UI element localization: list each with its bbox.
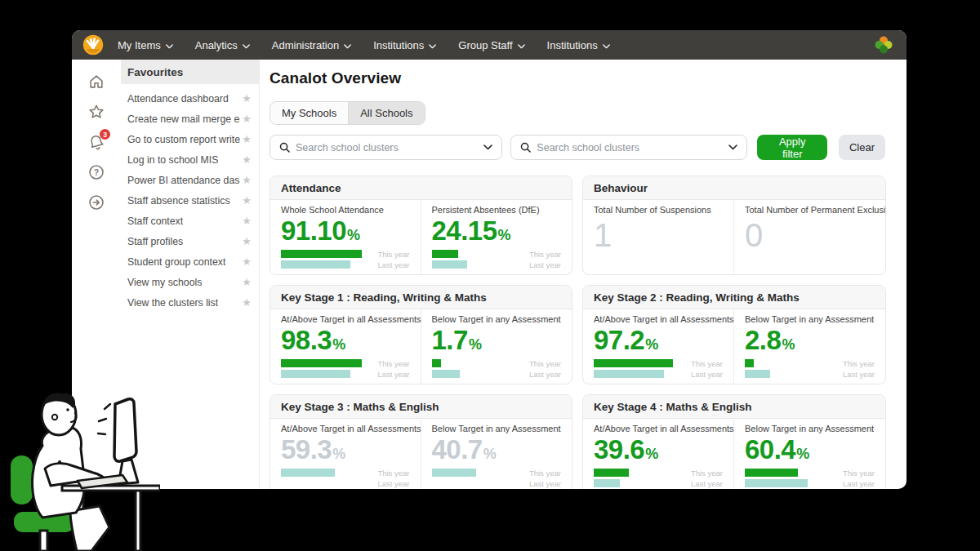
favourite-item-log-in-to-school-mis[interactable]: Log in to school MIS★ bbox=[121, 149, 259, 170]
bar-last-year-row: Last year bbox=[594, 369, 723, 380]
metric-unit: % bbox=[469, 336, 482, 353]
favourite-item-view-the-clusters-list[interactable]: View the clusters list★ bbox=[121, 292, 259, 313]
favourite-item-label: Go to custom report writer bbox=[127, 134, 240, 145]
metric-number: 60.4 bbox=[745, 434, 795, 464]
bar-last-year bbox=[594, 479, 620, 487]
metric-unit: % bbox=[645, 336, 658, 353]
nav-menu: My ItemsAnalyticsAdministrationInstituti… bbox=[118, 39, 610, 51]
kpi-card-key-stage-2-reading-writing-maths: Key Stage 2 : Reading, Writing & MathsAt… bbox=[582, 285, 886, 384]
school-clusters-select-1[interactable]: Search school clusters bbox=[270, 135, 502, 160]
nav-item-my-items[interactable]: My Items bbox=[118, 39, 173, 51]
clear-filter-button[interactable]: Clear bbox=[839, 135, 885, 160]
favourite-star-icon[interactable]: ★ bbox=[242, 256, 252, 268]
metric-number: 91.10 bbox=[281, 216, 346, 246]
metric-label: At/Above Target in all Assessments bbox=[281, 314, 410, 324]
favourite-star-icon[interactable]: ★ bbox=[242, 215, 252, 227]
bar-this-year bbox=[281, 250, 362, 258]
page-title: Canalot Overview bbox=[270, 69, 885, 87]
metric-label: Below Target in any Assessment bbox=[432, 314, 562, 324]
metric-label: Total Number of Permanent Exclusions bbox=[745, 205, 875, 215]
metric-bars: This yearLast year bbox=[745, 468, 875, 489]
favourite-item-power-bi-attendance-dashboard[interactable]: Power BI attendance dashboard★ bbox=[121, 170, 259, 190]
tab-my-schools[interactable]: My Schools bbox=[270, 102, 348, 124]
favourite-star-icon[interactable]: ★ bbox=[242, 133, 252, 145]
metric-bars: This yearLast year bbox=[594, 468, 723, 489]
bar-track bbox=[594, 370, 682, 378]
metric-unit: % bbox=[498, 227, 511, 243]
favourite-star-icon[interactable]: ★ bbox=[242, 92, 252, 104]
bar-legend-label: Last year bbox=[834, 370, 875, 379]
bell-icon[interactable]: 3 bbox=[87, 133, 105, 151]
favourite-star-icon[interactable]: ★ bbox=[242, 194, 252, 207]
bar-track bbox=[432, 479, 521, 487]
chevron-down-icon bbox=[429, 39, 436, 51]
bar-this-year bbox=[745, 359, 754, 367]
favourite-star-icon[interactable]: ★ bbox=[242, 153, 252, 166]
metric-total-number-of-suspensions: Total Number of Suspensions1 bbox=[583, 200, 734, 275]
favourite-item-label: Staff absence statistics bbox=[127, 195, 230, 207]
nav-item-analytics[interactable]: Analytics bbox=[195, 39, 250, 51]
clover-circles-icon[interactable] bbox=[874, 35, 893, 55]
favourite-item-staff-context[interactable]: Staff context★ bbox=[121, 211, 259, 231]
nav-item-label: Institutions bbox=[547, 39, 598, 51]
bar-legend-label: Last year bbox=[520, 370, 561, 379]
nav-item-group-staff[interactable]: Group Staff bbox=[458, 39, 524, 51]
favourite-star-icon[interactable]: ★ bbox=[242, 174, 252, 186]
favourite-item-staff-absence-statistics[interactable]: Staff absence statistics★ bbox=[121, 190, 259, 211]
bar-legend-label: This year bbox=[520, 250, 561, 259]
school-clusters-select-2[interactable]: Search school clusters bbox=[510, 135, 747, 160]
favourite-star-icon[interactable]: ★ bbox=[242, 276, 252, 288]
metric-unit: % bbox=[645, 446, 658, 462]
bar-track bbox=[594, 479, 682, 487]
login-icon[interactable] bbox=[87, 193, 105, 211]
apply-filter-button[interactable]: Apply filter bbox=[757, 135, 826, 160]
metric-unit: % bbox=[332, 446, 345, 462]
card-body: At/Above Target in all Assessments97.2%T… bbox=[583, 309, 885, 384]
bar-track bbox=[745, 359, 834, 367]
nav-item-administration[interactable]: Administration bbox=[272, 39, 351, 51]
svg-text:?: ? bbox=[94, 168, 99, 177]
metric-below-target-in-any-assessment: Below Target in any Assessment40.7%This … bbox=[421, 419, 572, 489]
favourite-star-icon[interactable]: ★ bbox=[242, 235, 252, 247]
favourite-item-label: Student group context bbox=[127, 256, 225, 268]
bar-track bbox=[281, 260, 369, 269]
kpi-card-behaviour: BehaviourTotal Number of Suspensions1Tot… bbox=[582, 176, 886, 275]
schools-tab-switcher: My SchoolsAll Schools bbox=[270, 101, 425, 125]
bar-legend-label: Last year bbox=[369, 370, 410, 379]
brand-sun-logo-icon[interactable] bbox=[82, 34, 104, 56]
bar-this-year-row: This year bbox=[432, 358, 562, 369]
bar-legend-label: Last year bbox=[520, 479, 561, 488]
desktop-background: My ItemsAnalyticsAdministrationInstituti… bbox=[0, 0, 980, 551]
bar-this-year bbox=[432, 469, 476, 477]
metric-number: 0 bbox=[745, 217, 763, 253]
star-icon[interactable] bbox=[87, 103, 105, 121]
metric-number: 39.6 bbox=[594, 434, 644, 464]
bar-track bbox=[594, 359, 682, 367]
home-icon[interactable] bbox=[87, 73, 105, 91]
nav-item-institutions[interactable]: Institutions bbox=[547, 39, 610, 51]
bar-track bbox=[745, 370, 834, 378]
app-window: My ItemsAnalyticsAdministrationInstituti… bbox=[72, 30, 906, 489]
bar-track bbox=[281, 359, 369, 367]
help-icon[interactable]: ? bbox=[87, 163, 105, 181]
bar-track bbox=[432, 260, 521, 269]
metric-at-above-target-in-all-assessments: At/Above Target in all Assessments98.3%T… bbox=[270, 309, 421, 384]
favourite-item-attendance-dashboard[interactable]: Attendance dashboard★ bbox=[121, 88, 259, 109]
favourite-item-staff-profiles[interactable]: Staff profiles★ bbox=[121, 231, 259, 251]
tab-all-schools[interactable]: All Schools bbox=[348, 102, 424, 124]
bar-last-year-row: Last year bbox=[281, 260, 410, 270]
favourite-item-go-to-custom-report-writer[interactable]: Go to custom report writer★ bbox=[121, 129, 259, 149]
metric-unit: % bbox=[332, 336, 345, 353]
metric-below-target-in-any-assessment: Below Target in any Assessment2.8%This y… bbox=[734, 309, 885, 384]
favourite-star-icon[interactable]: ★ bbox=[242, 296, 252, 309]
metric-at-above-target-in-all-assessments: At/Above Target in all Assessments39.6%T… bbox=[583, 419, 734, 489]
favourite-item-label: Log in to school MIS bbox=[127, 154, 218, 166]
favourite-item-create-new-mail-merge-email[interactable]: Create new mail merge email★ bbox=[121, 109, 259, 129]
card-body: At/Above Target in all Assessments98.3%T… bbox=[270, 309, 572, 384]
favourite-item-view-my-schools[interactable]: View my schools★ bbox=[121, 272, 259, 292]
metric-bars: This yearLast year bbox=[281, 358, 410, 380]
nav-item-institutions[interactable]: Institutions bbox=[373, 39, 436, 51]
favourite-item-student-group-context[interactable]: Student group context★ bbox=[121, 251, 259, 272]
metric-label: Persistent Absentees (DfE) bbox=[432, 205, 562, 215]
favourite-star-icon[interactable]: ★ bbox=[242, 113, 252, 125]
